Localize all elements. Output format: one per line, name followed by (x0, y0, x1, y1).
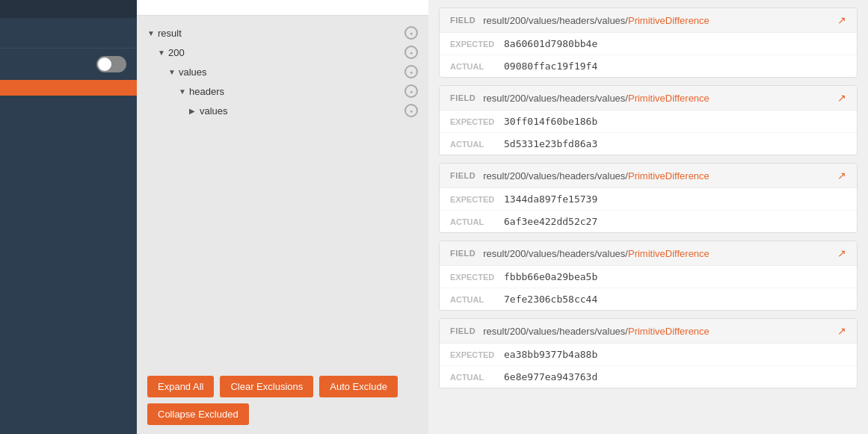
diff-field-type: PrimitiveDifference (628, 93, 710, 104)
tree-item[interactable]: ▼ result (137, 23, 428, 43)
actual-label: ACTUAL (450, 217, 504, 226)
diff-card: FIELD result/200/values/headers/values/P… (439, 241, 858, 311)
expand-all-button[interactable]: Expand All (147, 376, 214, 397)
diff-card-header: FIELD result/200/values/headers/values/P… (440, 86, 857, 111)
endpoint-item[interactable] (0, 80, 137, 96)
auto-exclude-button[interactable]: Auto Exclude (319, 376, 398, 397)
tree-node-toggle[interactable] (404, 26, 418, 40)
diff-field-path: result/200/values/headers/values/Primiti… (483, 170, 710, 182)
diff-actual-row: ACTUAL 7efe2306cb58cc44 (440, 288, 857, 310)
diff-field-row: FIELD result/200/values/headers/values/P… (450, 93, 837, 104)
diff-field-row: FIELD result/200/values/headers/values/P… (450, 326, 837, 337)
diff-actual-row: ACTUAL 6af3ee422dd52c27 (440, 211, 857, 232)
diff-field-row: FIELD result/200/values/headers/values/P… (450, 170, 837, 182)
tree-node-name: values (200, 105, 404, 117)
main-header (137, 0, 428, 16)
diff-card: FIELD result/200/values/headers/values/P… (439, 85, 858, 155)
actual-label: ACTUAL (450, 140, 504, 149)
diff-card-header: FIELD result/200/values/headers/values/P… (440, 8, 857, 33)
diff-field-type: PrimitiveDifference (628, 15, 710, 26)
actual-value: 6e8e977ea943763d (504, 371, 597, 382)
actual-value: 09080ffac19f19f4 (504, 61, 597, 72)
diff-field-row: FIELD result/200/values/headers/values/P… (450, 15, 837, 26)
diff-expected-row: EXPECTED fbbb66e0a29bea5b (440, 266, 857, 288)
diff-field-path: result/200/values/headers/values/Primiti… (483, 248, 710, 259)
diff-field-path: result/200/values/headers/values/Primiti… (483, 326, 710, 337)
diff-card-header: FIELD result/200/values/headers/values/P… (440, 241, 857, 266)
tree-node-name: result (158, 28, 404, 39)
actual-label: ACTUAL (450, 295, 504, 304)
diff-field-type: PrimitiveDifference (628, 248, 710, 259)
tree-item[interactable]: ▼ values (137, 62, 428, 81)
exclude-noise-row (0, 48, 137, 80)
diff-actual-row: ACTUAL 6e8e977ea943763d (440, 366, 857, 388)
diff-card-header: FIELD result/200/values/headers/values/P… (440, 319, 857, 344)
diff-card: FIELD result/200/values/headers/values/P… (439, 7, 858, 78)
tree-node-name: 200 (168, 47, 404, 58)
diff-field-path: result/200/values/headers/values/Primiti… (483, 15, 710, 26)
diff-field-path: result/200/values/headers/values/Primiti… (483, 93, 710, 104)
tree-arrow: ▶ (189, 107, 200, 115)
field-label: FIELD (450, 326, 475, 335)
diff-card: FIELD result/200/values/headers/values/P… (439, 163, 858, 233)
diff-field-type: PrimitiveDifference (628, 326, 710, 337)
external-link-icon[interactable]: ↗ (837, 170, 846, 182)
tree-node-toggle[interactable] (404, 104, 418, 117)
tree-node-name: values (179, 66, 404, 78)
expected-label: EXPECTED (450, 273, 504, 282)
diff-actual-row: ACTUAL 09080ffac19f19f4 (440, 55, 857, 77)
diff-field-type: PrimitiveDifference (628, 170, 710, 182)
actual-label: ACTUAL (450, 62, 504, 71)
actual-label: ACTUAL (450, 373, 504, 382)
diff-cards-panel: FIELD result/200/values/headers/values/P… (428, 0, 868, 434)
tree-arrow: ▼ (158, 49, 168, 57)
field-label: FIELD (450, 249, 475, 258)
diff-expected-row: EXPECTED 8a60601d7980bb4e (440, 33, 857, 55)
tree-arrow: ▼ (147, 29, 158, 37)
diff-expected-row: EXPECTED 1344da897fe15739 (440, 188, 857, 211)
expected-value: fbbb66e0a29bea5b (504, 271, 597, 282)
external-link-icon[interactable]: ↗ (837, 325, 846, 337)
field-label: FIELD (450, 93, 475, 102)
expected-value: 30ff014f60be186b (504, 116, 597, 127)
field-label: FIELD (450, 16, 475, 25)
sidebar (0, 0, 137, 434)
field-label: FIELD (450, 171, 475, 180)
tree-node-toggle[interactable] (404, 84, 418, 98)
actual-value: 7efe2306cb58cc44 (504, 294, 597, 305)
external-link-icon[interactable]: ↗ (837, 247, 846, 259)
actual-value: 5d5331e23bfd86a3 (504, 138, 597, 149)
tree-item[interactable]: ▶ values (137, 101, 428, 120)
main-panel: ▼ result ▼ 200 ▼ values ▼ headers ▶ valu… (137, 0, 428, 434)
external-link-icon[interactable]: ↗ (837, 14, 846, 26)
expected-label: EXPECTED (450, 117, 504, 126)
diff-field-row: FIELD result/200/values/headers/values/P… (450, 248, 837, 259)
tree-arrow: ▼ (179, 87, 189, 96)
sidebar-header (0, 0, 137, 18)
expected-label: EXPECTED (450, 195, 504, 204)
diff-card-header: FIELD result/200/values/headers/values/P… (440, 164, 857, 188)
expected-label: EXPECTED (450, 40, 504, 49)
diff-tree: ▼ result ▼ 200 ▼ values ▼ headers ▶ valu… (137, 16, 428, 367)
clear-exclusions-button[interactable]: Clear Exclusions (220, 376, 313, 397)
diff-card: FIELD result/200/values/headers/values/P… (439, 318, 858, 388)
actual-value: 6af3ee422dd52c27 (504, 216, 597, 227)
action-buttons: Expand AllClear ExclusionsAuto ExcludeCo… (137, 367, 428, 434)
expected-value: 8a60601d7980bb4e (504, 38, 597, 49)
tree-item[interactable]: ▼ 200 (137, 43, 428, 62)
external-link-icon[interactable]: ↗ (837, 92, 846, 104)
tree-arrow: ▼ (168, 68, 179, 76)
tree-item[interactable]: ▼ headers (137, 81, 428, 101)
exclude-noise-toggle[interactable] (96, 56, 126, 72)
expected-value: ea38bb9377b4a88b (504, 349, 597, 360)
expected-label: EXPECTED (450, 350, 504, 359)
last-reset (0, 34, 137, 48)
diff-actual-row: ACTUAL 5d5331e23bfd86a3 (440, 133, 857, 155)
tree-node-toggle[interactable] (404, 65, 418, 78)
diff-expected-row: EXPECTED 30ff014f60be186b (440, 111, 857, 133)
tree-node-toggle[interactable] (404, 46, 418, 59)
expected-value: 1344da897fe15739 (504, 193, 597, 205)
service-info (0, 18, 137, 34)
collapse-excluded-button[interactable]: Collapse Excluded (147, 403, 249, 425)
diff-expected-row: EXPECTED ea38bb9377b4a88b (440, 344, 857, 366)
